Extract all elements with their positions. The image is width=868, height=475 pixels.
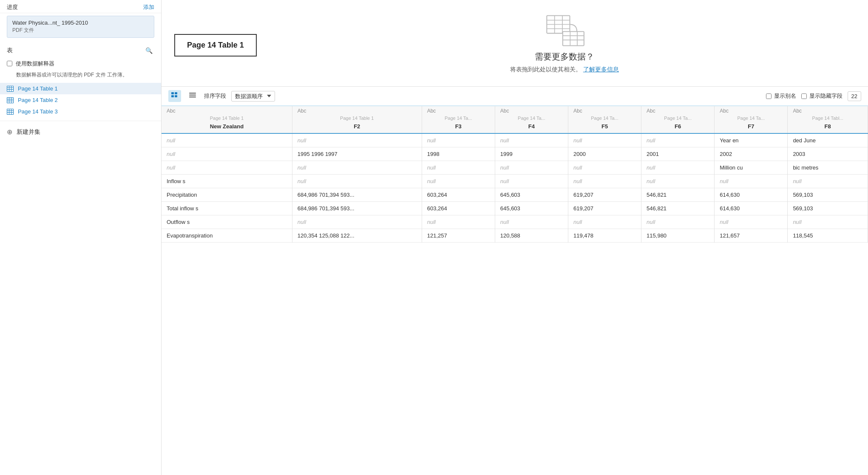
svg-rect-31 (189, 95, 196, 96)
table-item-label: Page 14 Table 3 (18, 108, 58, 115)
col-header-F3[interactable]: F3 (422, 122, 495, 133)
table-cell: null (641, 161, 715, 175)
col-type-New Zealand: Abc (162, 106, 292, 115)
table-cell: 645,603 (495, 202, 568, 215)
table-cell: 2003 (788, 147, 868, 161)
table-cell: null (568, 133, 641, 147)
col-source-F2: Page 14 Table 1 (292, 115, 422, 122)
svg-rect-32 (189, 96, 196, 98)
use-interpreter-checkbox[interactable] (7, 61, 12, 66)
table-illustration-icon (543, 13, 586, 47)
grid-view-button[interactable] (168, 90, 181, 102)
table-cell: 121,657 (715, 229, 788, 243)
col-header-F2[interactable]: F2 (292, 122, 422, 133)
show-hidden-checkbox[interactable] (801, 93, 807, 99)
table-item-label: Page 14 Table 1 (18, 85, 58, 92)
table-title-box: Page 14 Table 1 (174, 34, 257, 57)
sidebar-table-item-1[interactable]: Page 14 Table 1 (0, 83, 161, 94)
col-type-F8: Abc (788, 106, 868, 115)
new-union-section[interactable]: ⊕ 新建并集 (0, 121, 161, 143)
table-cell: null (568, 215, 641, 229)
sidebar-table-item-3[interactable]: Page 14 Table 3 (0, 106, 161, 117)
table-cell: 614,630 (715, 188, 788, 202)
table-cell: 1995 1996 1997 (292, 147, 422, 161)
table-cell: 115,980 (641, 229, 715, 243)
more-data-subtitle: 将表拖到此处以使其相关。 了解更多信息 (510, 66, 619, 74)
table-cell: null (641, 215, 715, 229)
progress-label: 进度 (7, 3, 18, 11)
sidebar: 进度 添加 Water Physica...nt_ 1995-2010 PDF … (0, 0, 162, 475)
col-type-F4: Abc (495, 106, 568, 115)
table-search-button[interactable]: 🔍 (144, 46, 154, 55)
column-type-row: AbcAbcAbcAbcAbcAbcAbcAbc (162, 106, 868, 115)
table-cell: 119,478 (568, 229, 641, 243)
col-source-F5: Page 14 Ta... (568, 115, 641, 122)
table-cell: 684,986 701,394 593... (292, 202, 422, 215)
table-cell: Million cu (715, 161, 788, 175)
sidebar-progress-bar: 进度 添加 (0, 0, 161, 13)
col-type-F7: Abc (715, 106, 788, 115)
table-row: nullnullnullnullnullnullYear ended June (162, 133, 868, 147)
table-item-label: Page 14 Table 2 (18, 97, 58, 103)
col-header-F5[interactable]: F5 (568, 122, 641, 133)
sidebar-table-item-2[interactable]: Page 14 Table 2 (0, 94, 161, 106)
data-table: AbcAbcAbcAbcAbcAbcAbcAbc Page 14 Table 1… (162, 106, 868, 243)
table-item-icon (7, 109, 14, 115)
table-cell: null (568, 161, 641, 175)
table-cell: null (422, 133, 495, 147)
main-content: Page 14 Table 1 需要更多数据？ (162, 0, 868, 475)
col-header-F6[interactable]: F6 (641, 122, 715, 133)
interpreter-description: 数据解释器或许可以清理您的 PDF 文件 工作薄。 (0, 70, 161, 83)
col-header-F4[interactable]: F4 (495, 122, 568, 133)
add-button[interactable]: 添加 (143, 3, 154, 11)
table-cell: 1999 (495, 147, 568, 161)
more-data-link[interactable]: 了解更多信息 (583, 66, 619, 73)
table-cell: null (422, 215, 495, 229)
list-view-icon (189, 92, 196, 99)
table-list: Page 14 Table 1 Page 14 Table 2 Page 14 … (0, 83, 161, 117)
table-cell: null (568, 175, 641, 188)
svg-rect-21 (563, 31, 584, 45)
col-type-F2: Abc (292, 106, 422, 115)
table-row: Inflow snullnullnullnullnullnullnull (162, 175, 868, 188)
file-item[interactable]: Water Physica...nt_ 1995-2010 PDF 文件 (7, 16, 154, 38)
col-header-F7[interactable]: F7 (715, 122, 788, 133)
svg-rect-30 (189, 93, 196, 94)
col-source-New Zealand: Page 14 Table 1 (162, 115, 292, 122)
table-cell: Total inflow s (162, 202, 292, 215)
table-cell: null (292, 133, 422, 147)
svg-rect-5 (7, 97, 14, 103)
table-cell: Evapotranspiration (162, 229, 292, 243)
toolbar: 排序字段 数据源顺序 显示别名 显示隐藏字段 22 (162, 87, 868, 106)
svg-rect-28 (171, 95, 174, 97)
table-item-icon (7, 86, 14, 92)
show-alias-checkbox[interactable] (766, 93, 772, 99)
col-header-New Zealand[interactable]: New Zealand (162, 122, 292, 133)
table-section-label: 表 (7, 47, 13, 54)
table-row: Precipitation684,986 701,394 593...603,2… (162, 188, 868, 202)
table-cell: 546,821 (641, 188, 715, 202)
table-cell: 121,257 (422, 229, 495, 243)
col-source-F3: Page 14 Ta... (422, 115, 495, 122)
table-body: nullnullnullnullnullnullYear ended Junen… (162, 133, 868, 243)
table-cell: null (495, 175, 568, 188)
table-cell: null (641, 175, 715, 188)
table-cell: null (788, 175, 868, 188)
table-cell: null (715, 215, 788, 229)
list-view-button[interactable] (186, 90, 199, 102)
table-cell: 614,630 (715, 202, 788, 215)
main-top-area: Page 14 Table 1 需要更多数据？ (162, 0, 868, 87)
sort-select[interactable]: 数据源顺序 (231, 91, 275, 102)
col-type-F5: Abc (568, 106, 641, 115)
table-cell: 684,986 701,394 593... (292, 188, 422, 202)
table-cell: 2001 (641, 147, 715, 161)
use-interpreter-row: 使用数据解释器 (0, 57, 161, 70)
table-section-header: 表 🔍 (0, 44, 161, 57)
table-cell: 120,588 (495, 229, 568, 243)
table-cell: Year en (715, 133, 788, 147)
col-source-F7: Page 14 Ta... (715, 115, 788, 122)
table-cell: ded June (788, 133, 868, 147)
svg-rect-27 (175, 92, 177, 94)
col-header-F8[interactable]: F8 (788, 122, 868, 133)
data-table-wrapper[interactable]: AbcAbcAbcAbcAbcAbcAbcAbc Page 14 Table 1… (162, 106, 868, 475)
